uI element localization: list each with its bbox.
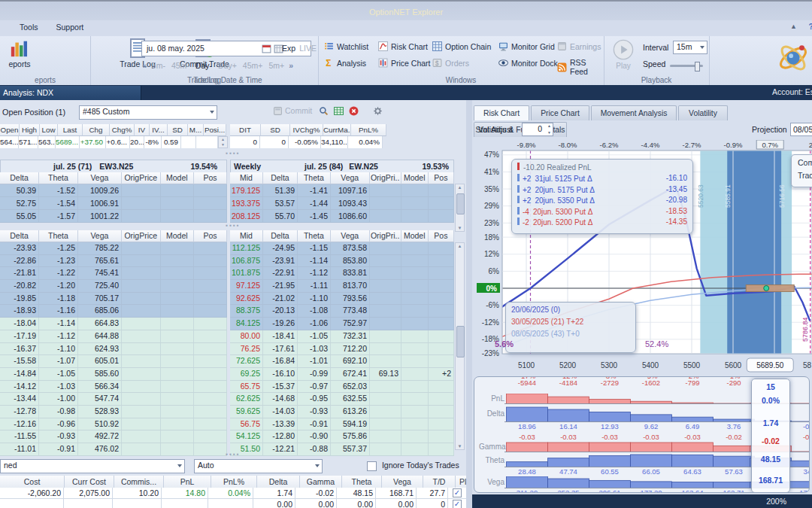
scroll-down-icon[interactable]: ▼ [456, 444, 464, 449]
windows-button-monitor-dock[interactable]: Monitor Dock [498, 58, 558, 68]
table-row[interactable]: 50.39-1.521009.26 [0, 184, 227, 197]
table-row[interactable]: 55.05-1.571001.22 [0, 210, 227, 223]
table-row[interactable]: -16.37-1.10624.93 [0, 343, 227, 356]
table-row[interactable]: 193.37553.57-1.441093.43 [230, 197, 454, 210]
ignore-trades-checkbox[interactable] [367, 461, 377, 471]
help-icon[interactable]: ? [809, 22, 812, 31]
h-splitter-3[interactable]: ▪▪▪▪ [211, 451, 256, 458]
speed-slider[interactable] [670, 65, 703, 67]
step-45m-[interactable]: 45m- [171, 61, 189, 70]
table-row[interactable]: 51.50-12.21-0.88557.37 [230, 443, 454, 456]
scrollbar-expiry2[interactable]: ▲▼ [455, 242, 465, 450]
table-row[interactable]: -23.93-1.25785.22 [0, 242, 227, 255]
step-Day-[interactable]: Day- [195, 61, 212, 70]
step-back-icon[interactable]: « [142, 61, 147, 70]
table-row[interactable]: 59.625-14.03-0.93613.26 [230, 406, 454, 418]
table-row[interactable]: -11.55-0.93492.72 [0, 430, 227, 443]
table-row[interactable]: -12.16-0.96510.92 [0, 418, 227, 431]
table-row[interactable]: -15.58-1.07605.01 [0, 355, 227, 368]
menu-support[interactable]: Support [47, 20, 93, 34]
windows-button-monitor-grid[interactable]: Monitor Grid [498, 41, 555, 51]
collapse-ribbon-icon[interactable]: ▲ [790, 23, 797, 30]
tab-price-chart[interactable]: Price Chart [531, 105, 589, 120]
table-row[interactable]: 92.625-21.02-1.10793.56 [230, 293, 454, 306]
scroll-up-icon[interactable]: ▲ [456, 244, 464, 248]
table-row[interactable]: 84.125-19.26-1.06752.97 [230, 318, 454, 330]
table-row[interactable]: -13.44-1.00547.74 [0, 393, 227, 406]
table-row[interactable]: -14.84-1.05585.60 [0, 368, 227, 381]
table-row[interactable]: 62.625-14.68-0.95632.55 [230, 393, 454, 406]
scrollbar-expiry1[interactable]: ▲▼ [455, 184, 465, 232]
windows-button-price-chart[interactable]: Price Chart [378, 58, 431, 68]
plot-checkbox[interactable]: ✓ [453, 500, 462, 508]
step-forward-icon[interactable]: » [289, 61, 293, 70]
scroll-up-icon[interactable]: ▲ [456, 185, 464, 190]
windows-button-risk-chart[interactable]: Risk Chart [378, 41, 428, 51]
vol-down-icon[interactable]: ▼ [547, 130, 551, 135]
mode-select[interactable]: Auto [194, 459, 323, 473]
h-splitter-2[interactable]: ▪▪▪▪ [211, 222, 256, 229]
table-row[interactable]: 106.875-23.91-1.14853.80 [230, 255, 454, 268]
spinner-down-icon[interactable]: ▼ [219, 142, 227, 148]
table-row[interactable]: 54.125-12.80-0.90575.86 [230, 430, 454, 443]
table-row[interactable]: 80.00-18.41-1.05732.31 [230, 330, 454, 343]
tab-movement-analysis[interactable]: Movement Analysis [591, 105, 677, 120]
table-row[interactable]: 208.12555.70-1.451086.60 [230, 210, 454, 223]
table-row[interactable]: 88.375-20.13-1.08773.48 [230, 305, 454, 318]
windows-button-analysis[interactable]: ΣAnalysis [324, 58, 366, 68]
table-row[interactable]: -11.01-0.91476.02 [0, 443, 227, 456]
speed-slider-handle[interactable] [695, 62, 700, 71]
step-5m+[interactable]: 5m+ [268, 61, 284, 70]
table-row[interactable]: 72.625-16.84-1.01692.10 [230, 355, 454, 368]
strategy-select[interactable]: #485 Custom [79, 105, 217, 120]
tab-volatility[interactable]: Volatility [678, 105, 728, 120]
table-row[interactable]: -12.78-0.98528.93 [0, 406, 227, 418]
panel-splitter[interactable] [466, 100, 472, 508]
scroll-thumb[interactable] [456, 193, 465, 214]
export-grid-button[interactable] [334, 106, 344, 117]
close-position-button[interactable] [349, 106, 359, 117]
settings-button[interactable] [373, 106, 383, 117]
step-45m+[interactable]: 45m+ [243, 61, 263, 70]
scroll-thumb[interactable] [456, 326, 465, 357]
table-row[interactable]: -20.82-1.20725.40 [0, 280, 227, 293]
table-row[interactable]: 69.25-16.10-0.99672.4169.13+2 [230, 368, 454, 381]
table-row[interactable]: 97.125-21.95-1.11813.70 [230, 280, 454, 293]
step-5m-[interactable]: 5m- [152, 61, 165, 70]
quote-spinner[interactable]: ▲▼ [218, 136, 228, 148]
search-button[interactable] [319, 106, 329, 117]
table-row[interactable]: 112.125-24.95-1.15873.58 [230, 242, 454, 255]
step-Day+[interactable]: Day+ [218, 61, 237, 70]
tab-analysis-ndx[interactable]: Analysis: NDX [0, 86, 141, 100]
table-row[interactable]: 65.75-15.37-0.97652.03 [230, 381, 454, 394]
table-row[interactable]: -17.19-1.12644.88 [0, 330, 227, 343]
table-row[interactable]: 76.25-17.61-1.03712.20 [230, 343, 454, 356]
table-row[interactable]: 52.75-1.541006.91 [0, 197, 227, 210]
combined-select[interactable]: ned [0, 459, 185, 473]
ignore-trades-control[interactable]: Ignore Today's Trades [367, 461, 459, 471]
table-row[interactable]: 101.875-22.91-1.12833.81 [230, 267, 454, 280]
table-row[interactable]: -14.12-1.03566.34 [0, 381, 227, 394]
plot-checkbox[interactable]: ✓ [453, 488, 462, 497]
windows-button-option-chain[interactable]: Option Chain [432, 41, 491, 51]
vol-up-icon[interactable]: ▲ [547, 123, 551, 128]
tab-risk-chart[interactable]: Risk Chart [474, 105, 529, 120]
spinner-up-icon[interactable]: ▲ [219, 137, 227, 142]
table-row[interactable]: 179.12551.39-1.411097.16 [230, 184, 454, 197]
windows-button-watchlist[interactable]: Watchlist [324, 41, 368, 51]
date-field[interactable]: ju. 08 may. 2025ExpLIVE [141, 41, 311, 56]
table-row[interactable]: -18.93-1.16685.06 [0, 305, 227, 318]
reports-button[interactable]: eports [0, 38, 39, 68]
projection-field[interactable]: 08/05/20 [790, 123, 812, 136]
interval-select[interactable]: 15m [673, 41, 707, 54]
table-row[interactable]: -19.85-1.18705.17 [0, 293, 227, 306]
scroll-down-icon[interactable]: ▼ [456, 226, 464, 230]
windows-button-rss-feed[interactable]: RSS Feed [557, 58, 604, 76]
vol-adjust-spinner[interactable]: 0▲▼ [522, 123, 553, 136]
table-row[interactable]: -22.86-1.23765.61 [0, 255, 227, 268]
h-splitter[interactable]: ▪▪▪▪ [211, 150, 256, 157]
table-row[interactable]: -18.04-1.14664.83 [0, 318, 227, 330]
table-row[interactable]: 56.75-13.39-0.91594.19 [230, 418, 454, 431]
table-row[interactable]: -21.81-1.22745.41 [0, 267, 227, 280]
menu-tools[interactable]: Tools [11, 20, 47, 34]
